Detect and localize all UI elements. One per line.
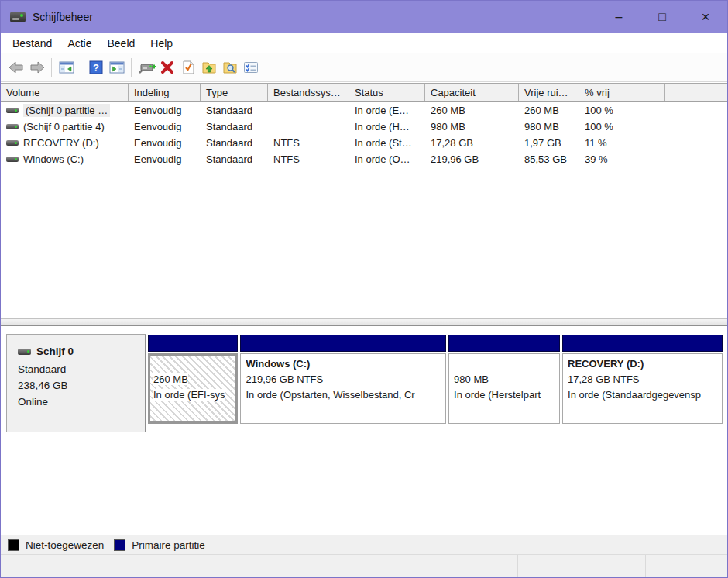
cell-indeling: Eenvoudig xyxy=(129,153,201,165)
maximize-button[interactable]: □ xyxy=(640,1,684,33)
folder-up-button[interactable] xyxy=(198,57,219,78)
partition-body: RECOVERY (D:) 17,28 GB NTFS In orde (Sta… xyxy=(562,353,723,424)
legend-label: Niet-toegewezen xyxy=(26,539,104,551)
properties-list-button[interactable] xyxy=(240,57,261,78)
volume-name: (Schijf 0 partitie … xyxy=(23,104,110,117)
help-icon: ? xyxy=(88,60,104,74)
check-document-button[interactable] xyxy=(177,57,198,78)
partition-status: In orde (EFI-sys xyxy=(153,389,225,401)
menu-bar: Bestand Actie Beeld Help xyxy=(1,33,727,53)
column-header-type[interactable]: Type xyxy=(201,84,268,101)
disk-0-panel[interactable]: Schijf 0 Standaard 238,46 GB Online xyxy=(6,334,146,432)
column-header-filler xyxy=(665,84,727,101)
partition-size: 980 MB xyxy=(454,373,489,385)
cell-status: In orde (E… xyxy=(349,105,425,116)
column-header-bestandssysteem[interactable]: Bestandssys… xyxy=(268,84,349,101)
delete-x-icon xyxy=(159,60,176,74)
volume-list: Volume Indeling Type Bestandssys… Status… xyxy=(1,83,727,318)
partition-name: Windows (C:) xyxy=(246,358,310,370)
minimize-button[interactable]: – xyxy=(597,1,640,33)
cell-status: In orde (H… xyxy=(349,121,425,132)
primary-partition-band xyxy=(448,335,560,352)
volume-drive-icon xyxy=(6,157,19,162)
table-row-recovery-d[interactable]: RECOVERY (D:) Eenvoudig Standaard NTFS I… xyxy=(1,135,727,151)
partition-body: 980 MB In orde (Herstelpart xyxy=(448,353,560,424)
back-arrow-icon xyxy=(8,60,25,74)
legend-label: Primaire partitie xyxy=(132,539,205,551)
delete-volume-button[interactable] xyxy=(156,57,177,78)
cell-indeling: Eenvoudig xyxy=(129,137,201,149)
volume-name: Windows (C:) xyxy=(23,153,84,165)
column-header-volume[interactable]: Volume xyxy=(1,84,129,101)
show-console-tree-button[interactable] xyxy=(56,57,77,78)
toolbar-separator xyxy=(81,58,81,77)
close-button[interactable]: × xyxy=(684,1,727,33)
partition-recovery-d[interactable]: RECOVERY (D:) 17,28 GB NTFS In orde (Sta… xyxy=(562,335,723,425)
menu-item-actie[interactable]: Actie xyxy=(60,35,99,52)
partition-980mb-recovery[interactable]: 980 MB In orde (Herstelpart xyxy=(448,335,560,425)
toolbar: ? xyxy=(1,53,727,82)
rescan-disks-button[interactable] xyxy=(136,57,156,78)
disk-drive-icon xyxy=(18,349,31,355)
folder-up-arrow-icon xyxy=(201,60,218,75)
pane-splitter[interactable] xyxy=(1,318,727,326)
status-bar xyxy=(1,554,727,578)
primary-partition-band xyxy=(148,335,238,352)
app-disk-drive-icon xyxy=(10,12,26,22)
table-row-partitie-4[interactable]: (Schijf 0 partitie 4) Eenvoudig Standaar… xyxy=(1,119,727,135)
show-action-pane-button[interactable] xyxy=(106,57,127,78)
column-header-pct-vrij[interactable]: % vrij xyxy=(579,84,665,101)
table-row-windows-c[interactable]: Windows (C:) Eenvoudig Standaard NTFS In… xyxy=(1,151,727,167)
action-pane-icon xyxy=(108,60,125,74)
back-button[interactable] xyxy=(5,57,26,78)
cell-pct-vrij: 11 % xyxy=(579,137,665,149)
partition-efi[interactable]: 260 MB In orde (EFI-sys xyxy=(148,335,238,425)
volume-name: RECOVERY (D:) xyxy=(23,137,99,149)
primary-partition-band xyxy=(240,335,446,352)
menu-item-bestand[interactable]: Bestand xyxy=(5,35,60,52)
folder-search-button[interactable] xyxy=(219,57,240,78)
cell-type: Standaard xyxy=(201,153,268,165)
rescan-disks-icon xyxy=(137,60,156,74)
window-title: Schijfbeheer xyxy=(33,11,93,23)
folder-search-icon xyxy=(221,60,239,75)
cell-type: Standaard xyxy=(201,121,268,132)
volume-list-header: Volume Indeling Type Bestandssys… Status… xyxy=(1,84,727,102)
legend-item-unallocated: Niet-toegewezen xyxy=(8,539,104,551)
cell-bestandssysteem: NTFS xyxy=(268,153,349,165)
partition-size: 17,28 GB NTFS xyxy=(568,373,639,385)
cell-type: Standaard xyxy=(201,105,268,116)
cell-pct-vrij: 39 % xyxy=(579,153,665,165)
partition-status: In orde (Opstarten, Wisselbestand, Cr xyxy=(246,389,414,401)
console-tree-icon xyxy=(58,60,75,74)
primary-partition-band xyxy=(562,335,723,352)
column-header-capaciteit[interactable]: Capaciteit xyxy=(425,84,519,101)
column-header-vrije-ruimte[interactable]: Vrije rui… xyxy=(519,84,579,101)
disk-type: Standaard xyxy=(18,363,145,375)
cell-pct-vrij: 100 % xyxy=(579,121,665,132)
volume-name: (Schijf 0 partitie 4) xyxy=(23,121,105,132)
column-header-indeling[interactable]: Indeling xyxy=(129,84,201,101)
cell-status: In orde (St… xyxy=(349,137,425,149)
cell-capaciteit: 260 MB xyxy=(425,105,519,116)
disk-management-window: Schijfbeheer – □ × Bestand Actie Beeld H… xyxy=(0,0,728,578)
status-bar-separator xyxy=(517,555,518,578)
graphical-view-pane: Schijf 0 Standaard 238,46 GB Online 260 … xyxy=(1,326,727,554)
forward-button[interactable] xyxy=(26,57,47,78)
menu-item-help[interactable]: Help xyxy=(143,35,180,52)
cell-bestandssysteem: NTFS xyxy=(268,137,349,149)
partition-body: 260 MB In orde (EFI-sys xyxy=(148,353,238,424)
partition-windows-c[interactable]: Windows (C:) 219,96 GB NTFS In orde (Ops… xyxy=(240,335,446,425)
menu-item-beeld[interactable]: Beeld xyxy=(100,35,143,52)
partition-strip: 260 MB In orde (EFI-sys Windows (C:) 219… xyxy=(148,335,723,425)
toolbar-separator xyxy=(131,58,132,77)
cell-capaciteit: 17,28 GB xyxy=(425,137,519,149)
cell-capaciteit: 219,96 GB xyxy=(425,153,519,165)
help-button[interactable]: ? xyxy=(85,57,106,78)
column-header-status[interactable]: Status xyxy=(349,84,425,101)
table-row-efi-partition[interactable]: (Schijf 0 partitie … Eenvoudig Standaard… xyxy=(1,102,727,119)
primary-partition-color-swatch xyxy=(114,539,125,551)
svg-text:?: ? xyxy=(93,62,99,74)
disk-name: Schijf 0 xyxy=(36,346,74,357)
cell-vrije-ruimte: 85,53 GB xyxy=(519,153,579,165)
